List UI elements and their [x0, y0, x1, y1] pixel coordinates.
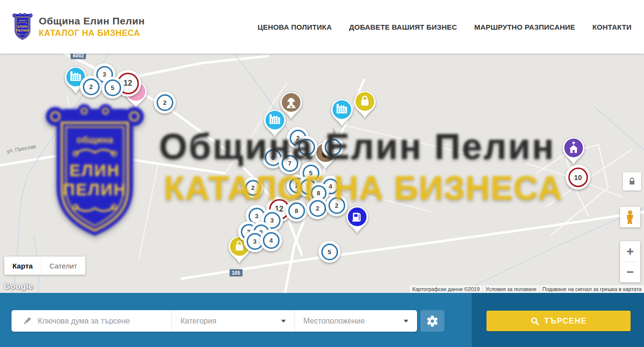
- map-cluster-marker[interactable]: 10: [565, 165, 590, 190]
- category-select[interactable]: Категория: [171, 310, 294, 332]
- pegman-icon: [625, 210, 635, 224]
- map-pin-bag[interactable]: [351, 89, 378, 120]
- map-cluster-marker[interactable]: 2: [80, 76, 102, 98]
- map-pin-fuel[interactable]: [344, 204, 371, 235]
- cluster-count: 2: [83, 78, 100, 95]
- zoom-in-button[interactable]: +: [620, 241, 640, 262]
- search-bar: Категория Местоположение ТЪРСЕНЕ: [0, 293, 644, 347]
- municipality-crest-logo: община ЕЛИН ПЕЛИН: [11, 12, 34, 41]
- map-type-satellite-button[interactable]: Сателит: [41, 257, 85, 275]
- lock-button[interactable]: [623, 172, 641, 190]
- cluster-count: 4: [263, 232, 280, 249]
- map-cluster-marker[interactable]: 3: [295, 136, 317, 158]
- cluster-count: 2: [328, 197, 345, 214]
- map-cluster-marker[interactable]: 5: [102, 77, 124, 99]
- filter-bar: Категория Местоположение: [11, 310, 417, 332]
- site-subtitle: КАТАЛОГ НА БИЗНЕСА: [39, 28, 145, 38]
- cluster-count: 2: [309, 200, 326, 217]
- map-cluster-marker[interactable]: 2: [306, 197, 328, 219]
- map-attribution: Картографски данни ©2019 Условия за полз…: [409, 285, 644, 293]
- map-cluster-marker[interactable]: 4: [260, 229, 282, 251]
- search-button[interactable]: ТЪРСЕНЕ: [486, 311, 631, 331]
- gear-icon: [426, 315, 439, 327]
- category-select-placeholder: Категория: [181, 317, 216, 325]
- pencil-icon: [22, 316, 32, 326]
- map-type-map-button[interactable]: Карта: [4, 257, 41, 275]
- search-button-label: ТЪРСЕНЕ: [544, 317, 587, 325]
- map-type-control: Карта Сателит: [4, 257, 85, 275]
- nav-pricing-policy[interactable]: ЦЕНОВА ПОЛИТИКА: [258, 23, 332, 31]
- street-view-pegman-button[interactable]: [620, 207, 640, 227]
- lock-icon: [628, 177, 636, 186]
- nav-route-schedule[interactable]: МАРШРУТНО РАЗПИСАНИЕ: [474, 23, 575, 31]
- map-cluster-marker[interactable]: 8: [285, 200, 307, 222]
- map-cluster-marker[interactable]: 2: [242, 177, 263, 198]
- attribution-terms-link[interactable]: Условия за ползване: [483, 285, 539, 293]
- location-select[interactable]: Местоположение: [294, 310, 418, 332]
- location-select-placeholder: Местоположение: [304, 317, 365, 325]
- svg-text:ЕЛИН: ЕЛИН: [17, 25, 28, 28]
- site-header: община ЕЛИН ПЕЛИН Община Елин Пелин КАТА…: [0, 0, 644, 54]
- svg-text:община: община: [19, 19, 26, 22]
- main-nav: ЦЕНОВА ПОЛИТИКА ДОБАВЕТЕ ВАШИЯТ БИЗНЕС М…: [258, 23, 632, 31]
- attribution-copyright: Картографски данни ©2019: [410, 285, 482, 293]
- cluster-count: 10: [568, 168, 588, 187]
- cluster-count: 5: [321, 244, 338, 260]
- nav-add-your-business[interactable]: ДОБАВЕТЕ ВАШИЯТ БИЗНЕС: [349, 23, 457, 31]
- map-cluster-marker[interactable]: 5: [322, 136, 344, 158]
- map-marker-layer: 123252 263575 22748128223338345: [0, 54, 644, 293]
- map-cluster-marker[interactable]: 5: [318, 241, 340, 263]
- cluster-count: 8: [288, 202, 305, 219]
- map-pin-factory[interactable]: [261, 107, 288, 139]
- cluster-count: 2: [245, 180, 261, 196]
- nav-contacts[interactable]: КОНТАКТИ: [592, 23, 632, 31]
- google-map[interactable]: ул. Преславбул. „Новоселци“лци“ 6002105 …: [0, 54, 644, 293]
- google-logo[interactable]: Google: [4, 282, 34, 291]
- map-cluster-marker[interactable]: 7: [279, 152, 301, 174]
- advanced-settings-button[interactable]: [420, 310, 444, 332]
- cluster-count: 3: [298, 139, 315, 156]
- map-cluster-marker[interactable]: 2: [154, 91, 176, 113]
- cluster-count: 7: [282, 155, 298, 172]
- chevron-down-icon: [404, 320, 408, 323]
- svg-text:ПЕЛИН: ПЕЛИН: [16, 29, 29, 32]
- map-pin-church[interactable]: [560, 135, 587, 167]
- cluster-count: 2: [157, 94, 173, 111]
- keyword-search-input[interactable]: [38, 317, 158, 325]
- attribution-report-error-link[interactable]: Подаване на сигнал за грешка в картата: [540, 285, 644, 293]
- keyword-search-field[interactable]: [11, 310, 171, 332]
- site-title: Община Елин Пелин: [39, 15, 145, 27]
- site-logo[interactable]: община ЕЛИН ПЕЛИН Община Елин Пелин КАТА…: [11, 12, 145, 41]
- cluster-count: 5: [325, 139, 341, 156]
- chevron-down-icon: [281, 320, 286, 323]
- zoom-control: + −: [620, 241, 640, 282]
- search-icon: [531, 317, 539, 325]
- cluster-count: 5: [104, 79, 121, 96]
- zoom-out-button[interactable]: −: [620, 262, 640, 283]
